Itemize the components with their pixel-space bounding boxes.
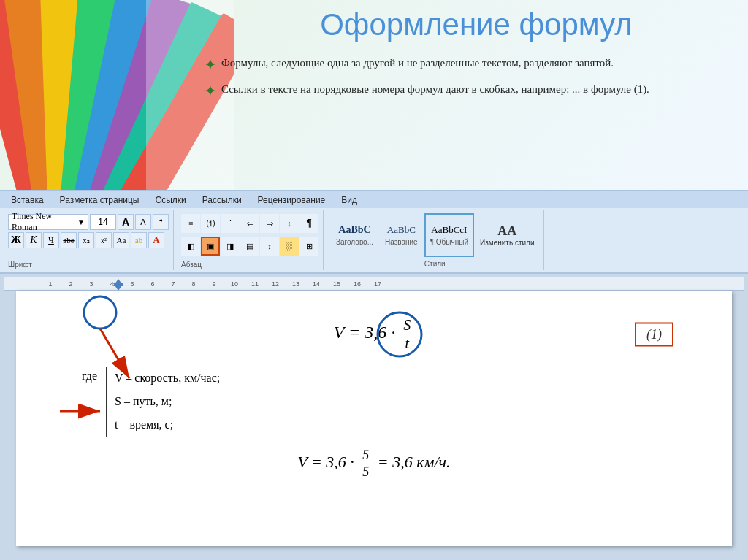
bullet-item-2: ✦ Ссылки в тексте на порядковые номера ф…	[205, 81, 733, 101]
show-marks-button[interactable]: ¶	[299, 214, 318, 233]
align-center-button[interactable]: ▣	[201, 237, 220, 256]
underline-button[interactable]: Ч	[43, 232, 59, 248]
tab-page-layout[interactable]: Разметка страницы	[53, 192, 147, 208]
ribbon-area: Вставка Разметка страницы Ссылки Рассылк…	[0, 190, 748, 274]
tab-review[interactable]: Рецензирование	[251, 192, 333, 208]
document-page: V = 3,6 · S t (1) где V – скорость, км/ч…	[16, 291, 732, 546]
align-left-button[interactable]: ◧	[181, 237, 200, 256]
ribbon-body: Times New Roman ▼ 14 A A ⁴ Ж К Ч abe	[0, 208, 748, 272]
border-button[interactable]: ⊞	[299, 237, 318, 256]
shrink-font-button[interactable]: A	[135, 214, 151, 230]
sort-button[interactable]: ↕	[280, 214, 299, 233]
clear-format-button[interactable]: ⁴	[153, 214, 169, 230]
bullet-text-2: Ссылки в тексте на порядковые номера фор…	[221, 81, 649, 98]
paragraph-group-label: Абзац	[181, 259, 202, 269]
bullet-cross-1: ✦	[205, 55, 215, 75]
style-heading-button[interactable]: AaBbC Заголово...	[331, 213, 378, 257]
ribbon-tabs: Вставка Разметка страницы Ссылки Рассылк…	[0, 191, 748, 208]
paragraph-group: ≡ ⑴ ⋮ ⇐ ⇒ ↕ ¶ ◧ ▣ ◨ ▤ ↕ ░ ⊞ Аб	[177, 210, 324, 270]
tab-references[interactable]: Ссылки	[148, 192, 193, 208]
ruler: 1 2 3 4 5 6 7 8 9 10 11 12 13 14 15 16 1…	[4, 277, 744, 291]
decrease-indent-button[interactable]: ⇐	[240, 214, 259, 233]
svg-marker-10	[113, 283, 123, 291]
strikethrough-button[interactable]: abe	[61, 232, 77, 248]
superscript-button[interactable]: x²	[96, 232, 112, 248]
title-area: Оформление формул	[205, 7, 748, 53]
line-spacing-button[interactable]: ↕	[260, 237, 279, 256]
tab-insert[interactable]: Вставка	[4, 192, 51, 208]
variable-v: V – скорость, км/час;	[115, 367, 220, 390]
papers-background	[0, 0, 234, 190]
shading-button[interactable]: ░	[280, 237, 299, 256]
list-number-button[interactable]: ⑴	[201, 214, 220, 233]
style-normal-label: ¶ Обычный	[430, 238, 468, 246]
font-case-button[interactable]: Aa	[113, 232, 129, 248]
bullet-cross-2: ✦	[205, 82, 215, 101]
formula-main: V = 3,6 · S t (1)	[53, 316, 695, 352]
styles-group: AaBbC Заголово... AaBbC Название AaBbCcI…	[327, 210, 544, 270]
style-normal-preview: AaBbCcI	[431, 224, 467, 236]
formula-number: (1)	[646, 326, 662, 341]
grow-font-button[interactable]: A	[118, 214, 134, 230]
increase-indent-button[interactable]: ⇒	[260, 214, 279, 233]
font-group-label: Шрифт	[8, 259, 32, 269]
bullet-text-1: Формулы, следующие одна за другой и не р…	[221, 55, 614, 72]
list-bullet-button[interactable]: ≡	[181, 214, 200, 233]
list-multilevel-button[interactable]: ⋮	[221, 214, 240, 233]
highlight-button[interactable]: ab	[131, 232, 147, 248]
bold-button[interactable]: Ж	[8, 232, 24, 248]
style-title-label: Название	[385, 238, 418, 246]
formula-number-box: (1)	[635, 322, 673, 346]
subscript-button[interactable]: x₂	[78, 232, 94, 248]
variable-s: S – путь, м;	[115, 390, 220, 413]
tab-view[interactable]: Вид	[334, 192, 365, 208]
style-normal-button[interactable]: AaBbCcI ¶ Обычный	[424, 213, 474, 257]
style-heading-label: Заголово...	[336, 238, 373, 246]
tab-mailings[interactable]: Рассылки	[195, 192, 249, 208]
justify-button[interactable]: ▤	[240, 237, 259, 256]
change-styles-button[interactable]: AA Изменить стили	[476, 213, 538, 257]
style-title-preview: AaBbC	[387, 224, 416, 236]
bullet-item-1: ✦ Формулы, следующие одна за другой и не…	[205, 55, 733, 75]
style-heading-preview: AaBbC	[338, 224, 370, 236]
change-styles-label: Изменить стили	[480, 239, 534, 247]
align-right-button[interactable]: ◨	[221, 237, 240, 256]
where-label: где	[82, 369, 97, 383]
formula-result: V = 3,6 · 5 5 = 3,6 км/ч.	[53, 448, 695, 480]
variable-t: t – время, с;	[115, 413, 220, 437]
font-name-select[interactable]: Times New Roman ▼	[8, 214, 88, 230]
text-content: ✦ Формулы, следующие одна за другой и не…	[205, 55, 733, 107]
document-area: 1 2 3 4 5 6 7 8 9 10 11 12 13 14 15 16 1…	[0, 274, 748, 560]
formula-main-text: V = 3,6 · S t	[334, 316, 414, 352]
font-group: Times New Roman ▼ 14 A A ⁴ Ж К Ч abe	[4, 210, 174, 270]
font-color-button[interactable]: A	[148, 232, 164, 248]
top-section: Оформление формул ✦ Формулы, следующие о…	[0, 0, 748, 190]
indent-marker-bottom[interactable]	[113, 283, 123, 291]
variables-section: где V – скорость, км/час; S – путь, м; t…	[82, 367, 695, 437]
page-title: Оформление формул	[205, 7, 748, 42]
style-title-button[interactable]: AaBbC Название	[380, 213, 423, 257]
styles-group-label: Стили	[331, 258, 539, 269]
font-size-select[interactable]: 14	[90, 214, 116, 230]
italic-button[interactable]: К	[26, 232, 42, 248]
